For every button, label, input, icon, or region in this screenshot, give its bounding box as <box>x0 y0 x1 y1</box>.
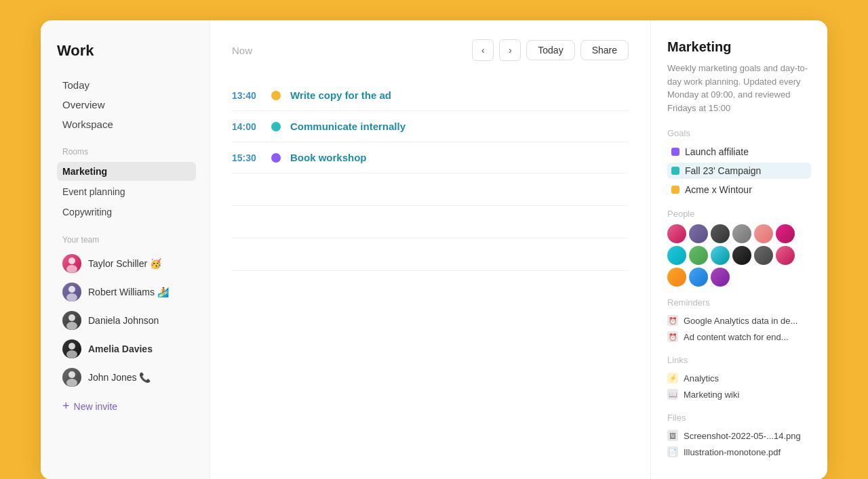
team-member-robert[interactable]: Robert Williams 🏄 <box>57 278 196 306</box>
person-avatar-6[interactable] <box>776 224 795 243</box>
sidebar-item-overview[interactable]: Overview <box>57 96 196 114</box>
goals-section-label: Goals <box>667 128 811 138</box>
schedule-item-0[interactable]: 13:40 Write copy for the ad <box>232 80 629 111</box>
room-marketing[interactable]: Marketing <box>57 162 196 181</box>
goal-item-0[interactable]: Launch affiliate <box>667 144 811 160</box>
people-section-label: People <box>667 209 811 219</box>
goal-item-2[interactable]: Acme x Wintour <box>667 182 811 198</box>
person-avatar-7[interactable] <box>667 246 686 265</box>
svg-point-1 <box>66 265 77 273</box>
person-avatar-10[interactable] <box>732 246 751 265</box>
person-avatar-15[interactable] <box>711 268 730 287</box>
file-text-1: Illustration-monotone.pdf <box>684 447 781 457</box>
goal-dot-yellow <box>671 186 679 194</box>
reminder-item-0[interactable]: ⏰ Google Analytics data in de... <box>667 313 811 328</box>
reminders-section-label: Reminders <box>667 297 811 308</box>
schedule-dot-2 <box>271 153 281 163</box>
room-event-planning[interactable]: Event planning <box>57 182 196 201</box>
header-controls: ‹ › Today Share <box>472 39 629 61</box>
svg-point-4 <box>68 314 75 321</box>
person-avatar-11[interactable] <box>754 246 773 265</box>
files-section-label: Files <box>667 413 811 423</box>
main-header: Now ‹ › Today Share <box>232 39 629 61</box>
team-name-john: John Jones 📞 <box>88 372 151 383</box>
schedule-dot-0 <box>271 91 281 100</box>
sidebar-item-today[interactable]: Today <box>57 76 196 94</box>
new-invite-plus-icon: + <box>62 399 70 413</box>
svg-point-2 <box>68 286 75 293</box>
reminder-icon-0: ⏰ <box>667 315 678 326</box>
schedule-time-0: 13:40 <box>232 90 262 101</box>
reminder-text-1: Ad content watch for end... <box>684 332 789 342</box>
person-avatar-3[interactable] <box>711 224 730 243</box>
sidebar-nav: Today Overview Workspace <box>57 76 196 133</box>
rooms-list: Marketing Event planning Copywriting <box>57 162 196 222</box>
schedule-label-1: Communicate internally <box>290 121 406 132</box>
person-avatar-8[interactable] <box>689 246 708 265</box>
file-text-0: Screenshot-2022-05-...14.png <box>684 431 801 441</box>
new-invite-button[interactable]: + New invite <box>57 395 196 417</box>
link-text-wiki: Marketing wiki <box>684 390 739 400</box>
team-member-taylor[interactable]: Taylor Schiller 🥳 <box>57 250 196 277</box>
goal-label-0: Launch affiliate <box>685 146 749 157</box>
svg-point-8 <box>68 371 75 378</box>
svg-point-0 <box>68 257 75 264</box>
person-avatar-2[interactable] <box>689 224 708 243</box>
empty-row-1 <box>232 173 629 206</box>
avatar-taylor <box>62 254 81 273</box>
person-avatar-4[interactable] <box>732 224 751 243</box>
svg-point-5 <box>66 322 77 330</box>
link-item-analytics[interactable]: ⚡ Analytics <box>667 371 811 386</box>
right-panel: Marketing Weekly marketing goals and day… <box>651 20 827 479</box>
file-item-1[interactable]: 📄 Illustration-monotone.pdf <box>667 444 811 459</box>
team-member-john[interactable]: John Jones 📞 <box>57 364 196 391</box>
people-grid <box>667 224 811 287</box>
schedule-item-2[interactable]: 15:30 Book workshop <box>232 142 629 173</box>
reminder-icon-1: ⏰ <box>667 331 678 342</box>
person-avatar-9[interactable] <box>711 246 730 265</box>
schedule-time-1: 14:00 <box>232 121 262 132</box>
reminder-item-1[interactable]: ⏰ Ad content watch for end... <box>667 329 811 344</box>
schedule-item-1[interactable]: 14:00 Communicate internally <box>232 111 629 142</box>
team-name-daniela: Daniela Johnson <box>88 315 159 326</box>
share-button[interactable]: Share <box>580 40 629 60</box>
empty-row-3 <box>232 238 629 271</box>
prev-arrow-button[interactable]: ‹ <box>472 39 494 61</box>
schedule-time-2: 15:30 <box>232 152 262 163</box>
avatar-john <box>62 368 81 387</box>
links-section-label: Links <box>667 355 811 365</box>
team-member-amelia[interactable]: Amelia Davies <box>57 335 196 362</box>
links-list: ⚡ Analytics 📖 Marketing wiki <box>667 371 811 402</box>
person-avatar-14[interactable] <box>689 268 708 287</box>
app-container: Work Today Overview Workspace Rooms Mark… <box>41 20 827 479</box>
avatar-daniela <box>62 311 81 330</box>
goals-list: Launch affiliate Fall 23' Campaign Acme … <box>667 144 811 198</box>
svg-point-9 <box>66 379 77 387</box>
person-avatar-5[interactable] <box>754 224 773 243</box>
goal-item-1[interactable]: Fall 23' Campaign <box>667 163 811 179</box>
today-button[interactable]: Today <box>526 40 574 60</box>
avatar-amelia <box>62 339 81 358</box>
files-list: 🖼 Screenshot-2022-05-...14.png 📄 Illustr… <box>667 428 811 459</box>
new-invite-label: New invite <box>74 401 118 412</box>
sidebar-item-workspace[interactable]: Workspace <box>57 115 196 133</box>
person-avatar-1[interactable] <box>667 224 686 243</box>
room-copywriting[interactable]: Copywriting <box>57 203 196 222</box>
svg-point-3 <box>66 293 77 301</box>
team-label: Your team <box>62 235 196 245</box>
reminder-text-0: Google Analytics data in de... <box>684 316 797 326</box>
wiki-link-icon: 📖 <box>667 389 678 400</box>
person-avatar-13[interactable] <box>667 268 686 287</box>
file-item-0[interactable]: 🖼 Screenshot-2022-05-...14.png <box>667 428 811 443</box>
link-text-analytics: Analytics <box>684 373 719 383</box>
file-icon-1: 📄 <box>667 446 678 457</box>
sidebar: Work Today Overview Workspace Rooms Mark… <box>41 20 210 479</box>
next-arrow-button[interactable]: › <box>499 39 521 61</box>
team-member-daniela[interactable]: Daniela Johnson <box>57 307 196 334</box>
link-item-wiki[interactable]: 📖 Marketing wiki <box>667 387 811 402</box>
person-avatar-12[interactable] <box>776 246 795 265</box>
team-name-amelia: Amelia Davies <box>88 343 153 354</box>
team-name-robert: Robert Williams 🏄 <box>88 287 169 297</box>
schedule-label-2: Book workshop <box>290 152 367 163</box>
schedule-label-0: Write copy for the ad <box>290 89 391 101</box>
